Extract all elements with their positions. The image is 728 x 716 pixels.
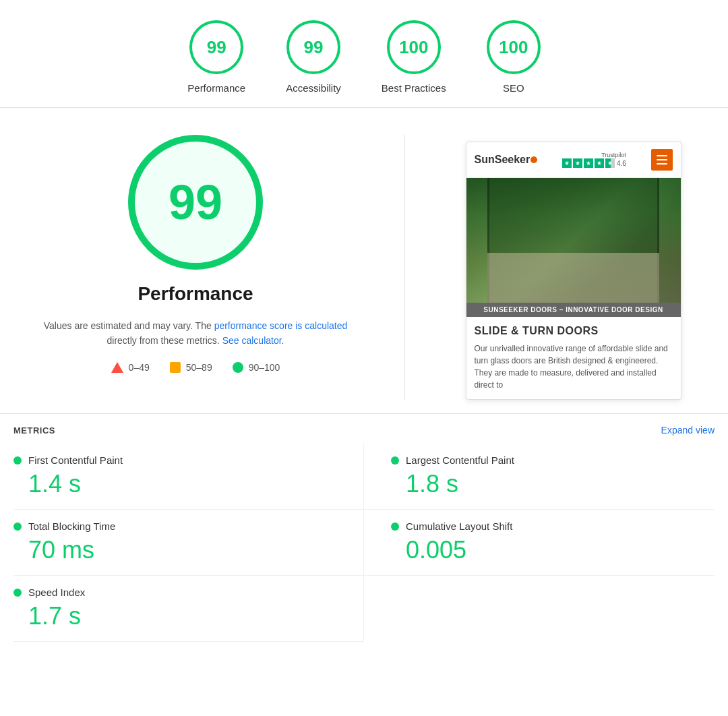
legend-range-0: 0–49 (129, 362, 150, 373)
big-score-title: Performance (138, 283, 253, 305)
best-practices-circle: 100 (387, 20, 441, 74)
preview-image (466, 178, 681, 303)
left-panel: 99 Performance Values are estimated and … (13, 135, 377, 400)
orange-square-icon (170, 362, 181, 373)
score-seo: 100 SEO (487, 20, 541, 94)
legend-red: 0–49 (111, 362, 150, 373)
legend: 0–49 50–89 90–100 (111, 362, 280, 373)
score-best-practices: 100 Best Practices (382, 20, 446, 94)
preview-card: SunSeeker Trustpilot ★ ★ ★ ★ ★ 4.6 (466, 142, 681, 400)
score-accessibility: 99 Accessibility (286, 20, 341, 94)
main-content: 99 Performance Values are estimated and … (0, 108, 728, 413)
preview-caption: SUNSEEKER DOORS – INNOVATIVE DOOR DESIGN (466, 303, 681, 317)
metric-tbt: Total Blocking Time 70 ms (13, 510, 364, 576)
score-performance: 99 Performance (187, 20, 245, 94)
metric-si-label: Speed Index (28, 587, 85, 598)
trustpilot-stars-row: ★ ★ ★ ★ ★ 4.6 (562, 158, 626, 168)
metrics-title: METRICS (13, 425, 55, 436)
big-score-circle: 99 (128, 135, 263, 270)
metric-si-value: 1.7 s (28, 602, 336, 630)
metric-lcp-label: Largest Contentful Paint (406, 454, 514, 466)
expand-view-button[interactable]: Expand view (661, 425, 715, 436)
menu-line-1 (657, 155, 667, 156)
trustpilot-label: Trustpilot (601, 152, 626, 158)
scores-bar: 99 Performance 99 Accessibility 100 Best… (0, 0, 728, 108)
performance-label: Performance (187, 82, 245, 94)
metric-lcp-dot (391, 456, 399, 465)
trust-stars: ★ ★ ★ ★ ★ (562, 158, 615, 168)
description-text: Values are estimated and may vary. The p… (40, 318, 351, 349)
metric-cls: Cumulative Layout Shift 0.005 (364, 510, 715, 576)
metric-tbt-label-row: Total Blocking Time (13, 520, 336, 532)
logo-text: SunSeeker (475, 154, 538, 166)
preview-card-desc: Our unrivalled innovative range of affor… (475, 342, 673, 391)
star-1: ★ (562, 158, 572, 168)
menu-button[interactable] (651, 149, 673, 171)
metric-si-dot (13, 589, 22, 597)
legend-orange: 50–89 (170, 362, 212, 373)
metrics-section: METRICS Expand view First Contentful Pai… (0, 413, 728, 642)
perf-score-link[interactable]: performance score is calculated (214, 320, 348, 331)
star-3: ★ (584, 158, 593, 168)
metric-tbt-label: Total Blocking Time (28, 520, 115, 532)
preview-image-inner (466, 178, 681, 303)
metric-cls-label: Cumulative Layout Shift (406, 520, 512, 532)
accessibility-circle: 99 (286, 20, 340, 74)
legend-green: 90–100 (233, 362, 280, 373)
seo-circle: 100 (487, 20, 541, 74)
metric-fcp-label: First Contentful Paint (28, 454, 123, 466)
metric-lcp-value: 1.8 s (406, 470, 715, 498)
metric-lcp-label-row: Largest Contentful Paint (391, 454, 715, 466)
floor (487, 253, 659, 303)
trustpilot-area: Trustpilot ★ ★ ★ ★ ★ 4.6 (562, 152, 626, 168)
trustpilot-score: 4.6 (617, 160, 626, 167)
performance-circle: 99 (189, 20, 243, 74)
right-panel: SunSeeker Trustpilot ★ ★ ★ ★ ★ 4.6 (432, 135, 715, 400)
preview-header: SunSeeker Trustpilot ★ ★ ★ ★ ★ 4.6 (466, 142, 681, 178)
metric-cls-label-row: Cumulative Layout Shift (391, 520, 715, 532)
calculator-link[interactable]: See calculator. (222, 335, 284, 346)
menu-line-3 (657, 163, 667, 165)
legend-range-1: 50–89 (186, 362, 212, 373)
star-4: ★ (595, 158, 604, 168)
metric-cls-dot (391, 523, 399, 531)
metric-fcp-value: 1.4 s (28, 470, 336, 498)
metric-lcp: Largest Contentful Paint 1.8 s (364, 444, 715, 510)
desc-part2: directly from these metrics. (107, 335, 222, 346)
green-dot-icon (233, 362, 243, 373)
metric-tbt-dot (13, 523, 22, 531)
preview-body: SLIDE & TURN DOORS Our unrivalled innova… (466, 317, 681, 399)
preview-card-title: SLIDE & TURN DOORS (475, 325, 673, 337)
seo-label: SEO (503, 82, 524, 94)
star-2: ★ (573, 158, 582, 168)
accessibility-label: Accessibility (286, 82, 341, 94)
metric-fcp-label-row: First Contentful Paint (13, 454, 336, 466)
metrics-grid: First Contentful Paint 1.4 s Largest Con… (13, 444, 715, 642)
metric-si: Speed Index 1.7 s (13, 576, 364, 642)
best-practices-label: Best Practices (382, 82, 446, 94)
vertical-divider (404, 135, 405, 400)
red-triangle-icon (111, 362, 123, 373)
legend-range-2: 90–100 (249, 362, 280, 373)
metric-fcp-dot (13, 456, 22, 465)
metric-tbt-value: 70 ms (28, 536, 336, 564)
menu-line-2 (657, 159, 667, 160)
metric-si-label-row: Speed Index (13, 587, 336, 598)
preview-logo: SunSeeker (475, 154, 538, 166)
logo-dot (530, 156, 537, 163)
metric-fcp: First Contentful Paint 1.4 s (13, 444, 364, 510)
star-half: ★ (605, 158, 615, 168)
desc-part1: Values are estimated and may vary. The (44, 320, 214, 331)
metrics-header: METRICS Expand view (13, 414, 715, 444)
metric-cls-value: 0.005 (406, 536, 715, 564)
